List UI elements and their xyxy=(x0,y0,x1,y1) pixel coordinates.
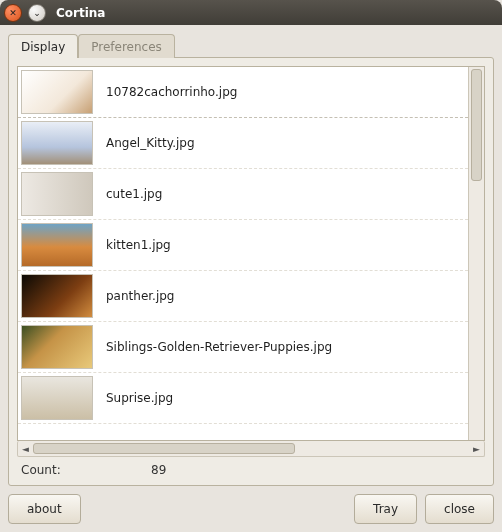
count-label: Count: xyxy=(21,463,151,477)
count-row: Count: 89 xyxy=(17,457,485,479)
tab-preferences[interactable]: Preferences xyxy=(78,34,175,58)
file-name: Angel_Kitty.jpg xyxy=(96,136,195,150)
thumbnail xyxy=(21,223,93,267)
file-name: Siblings-Golden-Retriever-Puppies.jpg xyxy=(96,340,332,354)
close-icon: ✕ xyxy=(9,8,17,18)
thumbnail xyxy=(21,121,93,165)
thumbnail xyxy=(21,274,93,318)
vertical-scrollbar-thumb[interactable] xyxy=(471,69,482,181)
list-item[interactable]: Angel_Kitty.jpg xyxy=(18,118,468,169)
spacer xyxy=(89,494,346,524)
titlebar[interactable]: ✕ ⌄ Cortina xyxy=(0,0,502,25)
window-minimize-button[interactable]: ⌄ xyxy=(28,4,46,22)
list-item[interactable]: panther.jpg xyxy=(18,271,468,322)
thumbnail xyxy=(21,376,93,420)
close-button[interactable]: close xyxy=(425,494,494,524)
list-item[interactable]: Suprise.jpg xyxy=(18,373,468,424)
app-window: ✕ ⌄ Cortina Display Preferences 10782cac… xyxy=(0,0,502,532)
file-list[interactable]: 10782cachorrinho.jpgAngel_Kitty.jpgcute1… xyxy=(17,66,485,441)
tab-page-display: 10782cachorrinho.jpgAngel_Kitty.jpgcute1… xyxy=(8,57,494,486)
window-title: Cortina xyxy=(56,6,105,20)
thumbnail xyxy=(21,325,93,369)
bottom-button-bar: about Tray close xyxy=(0,494,502,532)
count-value: 89 xyxy=(151,463,166,477)
scroll-right-icon[interactable]: ► xyxy=(469,444,484,454)
list-item[interactable]: 10782cachorrinho.jpg xyxy=(18,67,468,118)
window-close-button[interactable]: ✕ xyxy=(4,4,22,22)
about-button[interactable]: about xyxy=(8,494,81,524)
tab-display[interactable]: Display xyxy=(8,34,78,58)
tab-bar: Display Preferences xyxy=(8,31,494,57)
file-name: cute1.jpg xyxy=(96,187,162,201)
file-name: kitten1.jpg xyxy=(96,238,171,252)
list-item[interactable]: Siblings-Golden-Retriever-Puppies.jpg xyxy=(18,322,468,373)
list-item[interactable]: kitten1.jpg xyxy=(18,220,468,271)
tray-button[interactable]: Tray xyxy=(354,494,417,524)
horizontal-scrollbar-thumb[interactable] xyxy=(33,443,295,454)
file-name: 10782cachorrinho.jpg xyxy=(96,85,237,99)
thumbnail xyxy=(21,172,93,216)
horizontal-scrollbar[interactable]: ◄ ► xyxy=(17,441,485,457)
file-name: panther.jpg xyxy=(96,289,174,303)
vertical-scrollbar[interactable] xyxy=(468,67,484,440)
scroll-left-icon[interactable]: ◄ xyxy=(18,444,33,454)
client-area: Display Preferences 10782cachorrinho.jpg… xyxy=(0,25,502,494)
file-name: Suprise.jpg xyxy=(96,391,173,405)
horizontal-scrollbar-track[interactable] xyxy=(33,441,469,456)
list-item[interactable]: cute1.jpg xyxy=(18,169,468,220)
chevron-down-icon: ⌄ xyxy=(33,8,41,18)
thumbnail xyxy=(21,70,93,114)
file-list-body: 10782cachorrinho.jpgAngel_Kitty.jpgcute1… xyxy=(18,67,468,440)
